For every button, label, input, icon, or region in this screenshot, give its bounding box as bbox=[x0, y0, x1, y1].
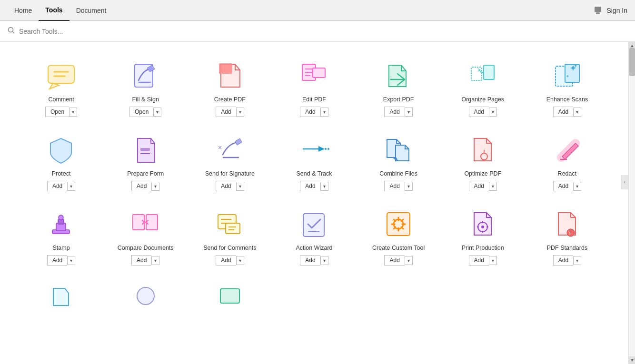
panel-toggle-arrow[interactable]: ‹ bbox=[621, 175, 628, 189]
sendsignature-icon: × bbox=[213, 133, 247, 167]
redact-icon bbox=[550, 133, 584, 167]
tool-actionwizard-dropdown-btn[interactable]: ▾ bbox=[320, 256, 328, 265]
svg-rect-0 bbox=[595, 7, 601, 12]
tool-createpdf-add-btn[interactable]: Add bbox=[216, 107, 236, 117]
tool-redact-add-btn[interactable]: Add bbox=[553, 181, 573, 191]
tool-exportpdf-add-btn[interactable]: Add bbox=[384, 107, 404, 117]
tool-exportpdf-label: Export PDF bbox=[383, 96, 414, 103]
tool-sendcomments-add-btn[interactable]: Add bbox=[216, 255, 236, 266]
scroll-down-arrow[interactable]: ▼ bbox=[629, 356, 635, 364]
tool-exportpdf-dropdown-btn[interactable]: ▾ bbox=[405, 108, 413, 117]
tool-createpdf-label: Create PDF bbox=[214, 96, 246, 103]
stamp-icon bbox=[45, 207, 78, 241]
tool-printproduction-add-btn[interactable]: Add bbox=[469, 255, 489, 266]
actionwizard-icon bbox=[298, 207, 331, 241]
comment-icon bbox=[45, 59, 78, 92]
tool-stamp-dropdown-btn[interactable]: ▾ bbox=[67, 256, 75, 265]
tool-editpdf-dropdown-btn[interactable]: ▾ bbox=[320, 108, 328, 117]
tool-redact-dropdown-btn[interactable]: ▾ bbox=[573, 182, 581, 191]
nav-tab-tools[interactable]: Tools bbox=[39, 0, 69, 21]
sendtrack-icon bbox=[298, 133, 331, 167]
tool-pdfstandards-btn-wrap: Add ▾ bbox=[553, 255, 581, 266]
tool-enhancescans-label: Enhance Scans bbox=[546, 96, 588, 103]
tool-sendcomments-btn-wrap: Add ▾ bbox=[216, 255, 244, 266]
tool-optimizepdf: Optimize PDF Add ▾ bbox=[441, 128, 525, 197]
fillsign-icon bbox=[129, 59, 162, 92]
tool-sendsignature-add-btn[interactable]: Add bbox=[216, 181, 236, 191]
tool-comment-btn-wrap: Open ▾ bbox=[45, 107, 77, 117]
tool-prepareform-dropdown-btn[interactable]: ▾ bbox=[151, 182, 159, 191]
tool-optimizepdf-dropdown-btn[interactable]: ▾ bbox=[489, 182, 497, 191]
tool-enhancescans-dropdown-btn[interactable]: ▾ bbox=[573, 108, 581, 117]
tools-grid-row4-partial bbox=[19, 276, 609, 311]
tools-grid-row3: Stamp Add ▾ Compare Documents bbox=[19, 202, 609, 271]
search-input[interactable] bbox=[19, 28, 627, 35]
search-bar bbox=[0, 21, 635, 42]
tool-sendsignature-dropdown-btn[interactable]: ▾ bbox=[236, 182, 244, 191]
tool-organizepages-add-btn[interactable]: Add bbox=[469, 107, 489, 117]
tool-fillsign-dropdown-btn[interactable]: ▾ bbox=[153, 108, 161, 117]
tool-stamp-add-btn[interactable]: Add bbox=[47, 255, 67, 266]
tool-comparedocs-dropdown-btn[interactable]: ▾ bbox=[151, 256, 159, 265]
tool-customtool-dropdown-btn[interactable]: ▾ bbox=[405, 256, 413, 265]
tool-printproduction-dropdown-btn[interactable]: ▾ bbox=[489, 256, 497, 265]
tool-editpdf-add-btn[interactable]: Add bbox=[300, 107, 320, 117]
tool-printproduction-label: Print Production bbox=[462, 245, 504, 251]
svg-rect-18 bbox=[484, 65, 494, 79]
tool-fillsign-open-btn[interactable]: Open bbox=[129, 107, 153, 117]
tool-protect-dropdown-btn[interactable]: ▾ bbox=[67, 182, 75, 191]
tool-fillsign-label: Fill & Sign bbox=[132, 96, 159, 103]
tool-organizepages-label: Organize Pages bbox=[461, 96, 504, 103]
svg-marker-5 bbox=[50, 83, 59, 89]
tool-exportpdf: Export PDF Add ▾ bbox=[357, 53, 441, 123]
tool-combinefiles-add-btn[interactable]: Add bbox=[384, 181, 404, 191]
tool-sendsignature-label: Send for Signature bbox=[205, 170, 255, 177]
tool-prepareform-btn-wrap: Add ▾ bbox=[131, 181, 159, 191]
svg-rect-12 bbox=[313, 68, 325, 78]
scrollbar-thumb[interactable] bbox=[629, 48, 635, 76]
nav-tab-document[interactable]: Document bbox=[69, 0, 113, 21]
tool-organizepages-dropdown-btn[interactable]: ▾ bbox=[489, 108, 497, 117]
tool-createpdf-dropdown-btn[interactable]: ▾ bbox=[236, 108, 244, 117]
nav-tab-home[interactable]: Home bbox=[8, 0, 39, 21]
tool-createpdf-btn-wrap: Add ▾ bbox=[216, 107, 244, 117]
tool-optimizepdf-add-btn[interactable]: Add bbox=[469, 181, 489, 191]
tool-exportpdf-btn-wrap: Add ▾ bbox=[384, 107, 412, 117]
tool-comment-label: Comment bbox=[48, 96, 74, 103]
tool-sendcomments-dropdown-btn[interactable]: ▾ bbox=[236, 256, 244, 265]
tool-sendtrack-dropdown-btn[interactable]: ▾ bbox=[320, 182, 328, 191]
tool-combinefiles: Combine Files Add ▾ bbox=[357, 128, 441, 197]
sendcomments-icon bbox=[213, 207, 247, 241]
search-icon bbox=[8, 27, 15, 36]
tool-pdfstandards-add-btn[interactable]: Add bbox=[553, 255, 573, 266]
tools-area: Comment Open ▾ Fill & Sign bbox=[0, 42, 628, 364]
tool-comment: Comment Open ▾ bbox=[19, 53, 103, 123]
tool-combinefiles-btn-wrap: Add ▾ bbox=[384, 181, 412, 191]
svg-rect-24 bbox=[140, 148, 150, 151]
tool-stamp: Stamp Add ▾ bbox=[19, 202, 103, 271]
tool-protect-add-btn[interactable]: Add bbox=[47, 181, 67, 191]
svg-rect-10 bbox=[219, 63, 232, 74]
sign-in-button[interactable]: Sign In bbox=[606, 7, 627, 14]
tool-pdfstandards-dropdown-btn[interactable]: ▾ bbox=[573, 256, 581, 265]
tool-customtool-add-btn[interactable]: Add bbox=[384, 255, 404, 266]
tool-combinefiles-dropdown-btn[interactable]: ▾ bbox=[405, 182, 413, 191]
tool-combinefiles-label: Combine Files bbox=[379, 170, 417, 177]
exportpdf-icon bbox=[382, 59, 415, 92]
tool-prepareform-add-btn[interactable]: Add bbox=[131, 181, 151, 191]
svg-line-3 bbox=[13, 31, 15, 33]
svg-rect-63 bbox=[220, 289, 239, 303]
tool-pdfstandards: i PDF Standards Add ▾ bbox=[525, 202, 609, 271]
tool-actionwizard-add-btn[interactable]: Add bbox=[300, 255, 320, 266]
tool-comment-dropdown-btn[interactable]: ▾ bbox=[69, 108, 77, 117]
customtool-icon bbox=[382, 207, 415, 241]
tool-comment-open-btn[interactable]: Open bbox=[45, 107, 69, 117]
tool-comparedocs-add-btn[interactable]: Add bbox=[131, 255, 151, 266]
tool-enhancescans-add-btn[interactable]: Add bbox=[553, 107, 573, 117]
scrollbar[interactable]: ▲ ▼ bbox=[628, 42, 635, 364]
tool-stamp-btn-wrap: Add ▾ bbox=[47, 255, 75, 266]
tool-sendtrack-add-btn[interactable]: Add bbox=[300, 181, 320, 191]
tool-editpdf-label: Edit PDF bbox=[302, 96, 326, 103]
svg-rect-52 bbox=[387, 213, 410, 236]
partial-icon-1 bbox=[45, 282, 78, 305]
